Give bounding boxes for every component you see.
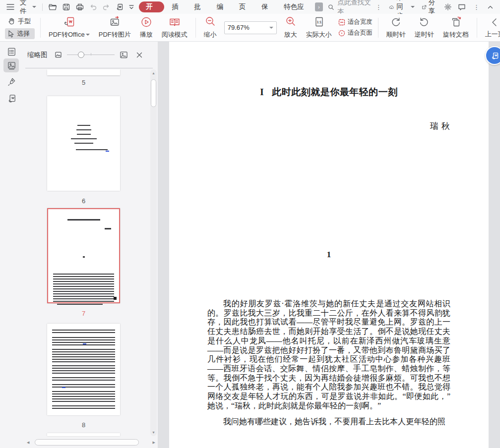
fit-width-button[interactable]: 适合宽度 xyxy=(338,18,373,26)
redo-icon[interactable] xyxy=(100,3,113,10)
divider xyxy=(378,18,378,38)
hamburger-menu-icon[interactable] xyxy=(4,3,17,10)
small-thumbnail-icon[interactable] xyxy=(55,51,62,58)
thumbnail-vertical-scrollbar[interactable]: ▲ ▼ xyxy=(150,69,157,436)
thumbnail-page-6[interactable] xyxy=(47,96,120,191)
more-options-icon[interactable]: ⋮ xyxy=(469,3,484,11)
content-area: 缩略图 5 xyxy=(0,42,500,448)
search-more-icon[interactable]: ⋮ xyxy=(372,3,386,11)
rotate-counterclockwise-icon xyxy=(418,16,430,28)
undo-icon[interactable] xyxy=(87,3,100,10)
large-thumbnail-icon[interactable] xyxy=(120,51,128,59)
rotate-counterclockwise-button[interactable]: 逆时针 xyxy=(410,15,438,41)
tab-insert[interactable]: 插入 xyxy=(166,1,188,12)
open-file-icon[interactable] xyxy=(46,3,60,11)
search-icon xyxy=(328,3,334,11)
thumbnail-label-7: 7 xyxy=(47,310,120,317)
chevron-down-icon xyxy=(269,27,273,29)
divider xyxy=(477,18,477,38)
vertical-scroll-thumb[interactable] xyxy=(151,79,156,107)
rotate-doc-label: 旋转文档 xyxy=(443,30,469,39)
tab-annotate[interactable]: 批注 xyxy=(189,1,211,12)
tab-edit[interactable]: 编辑 xyxy=(211,1,234,12)
save-icon[interactable] xyxy=(60,3,73,11)
pdf-to-image-button[interactable]: PDF转图片 xyxy=(94,15,135,41)
rotate-clockwise-icon xyxy=(390,16,402,28)
toolbar-options-caret-icon[interactable] xyxy=(126,4,137,9)
zoom-out-label: 缩小 xyxy=(204,30,217,39)
thumbnail-page-9-partial[interactable] xyxy=(47,433,120,436)
play-label: 播放 xyxy=(140,30,153,39)
collapse-toolbar-icon[interactable] xyxy=(485,5,496,9)
thumbnail-horizontal-scrollbar[interactable]: ◀ ▶ xyxy=(25,439,157,446)
horizontal-scroll-thumb[interactable] xyxy=(35,439,139,446)
export-document-icon[interactable] xyxy=(113,3,126,11)
fit-width-icon xyxy=(338,19,345,26)
chevron-down-icon xyxy=(411,6,415,8)
fit-width-label: 适合宽度 xyxy=(348,18,373,26)
tab-special-apps[interactable]: 特色应用 xyxy=(278,1,312,12)
scroll-right-icon[interactable]: ▶ xyxy=(151,441,157,445)
thumbnail-size-slider[interactable] xyxy=(67,50,115,60)
rotate-document-button[interactable]: 旋转文档 xyxy=(438,15,473,41)
share-icon xyxy=(422,3,427,11)
chevron-down-icon xyxy=(86,34,90,36)
bookmarks-outline-icon[interactable] xyxy=(5,46,17,57)
tab-protect[interactable]: 保护 xyxy=(256,1,278,12)
thumbnail-page-7-selected[interactable] xyxy=(47,208,120,303)
tab-home[interactable]: 开始 xyxy=(139,1,164,12)
divider xyxy=(25,68,153,68)
scroll-left-icon[interactable]: ◀ xyxy=(25,441,31,445)
close-panel-icon[interactable] xyxy=(136,52,143,58)
pdf-to-image-label: PDF转图片 xyxy=(99,30,131,39)
play-icon xyxy=(140,16,152,28)
rotate-document-icon xyxy=(449,16,462,28)
read-mode-label: 阅读模式 xyxy=(162,30,188,39)
share-button[interactable]: 分享 xyxy=(419,1,441,13)
panel-title: 缩略图 xyxy=(27,51,48,59)
previous-page-button[interactable]: 上一页 xyxy=(481,15,500,41)
play-button[interactable]: 播放 xyxy=(135,15,157,41)
magnifier-minus-icon xyxy=(204,16,216,28)
sync-status-button[interactable]: 未同步 xyxy=(386,1,418,13)
comment-bubble-icon[interactable] xyxy=(455,3,468,11)
rotate-clockwise-button[interactable]: 顺时针 xyxy=(382,15,410,41)
export-doc-panel-icon[interactable] xyxy=(5,92,17,104)
signature-pen-icon[interactable] xyxy=(5,75,17,87)
chevron-left-icon xyxy=(490,17,499,28)
zoom-level-combobox[interactable]: 79.67% xyxy=(224,21,277,34)
open-book-icon xyxy=(168,16,181,28)
thumbnails-panel-icon[interactable] xyxy=(5,59,17,71)
zoom-out-button[interactable]: 缩小 xyxy=(199,15,221,41)
thumbnail-label-6: 6 xyxy=(47,197,120,205)
author-name: 瑞 秋 xyxy=(207,120,450,132)
document-view[interactable]: I此时此刻就是你最年轻的一刻 瑞 秋 1 我的好朋友罗兹·霍洛维茨与她的新任丈夫… xyxy=(158,42,500,448)
convert-floating-button[interactable] xyxy=(485,46,500,65)
hand-tool-button[interactable]: 手型 xyxy=(5,16,35,27)
tab-page[interactable]: 页面 xyxy=(234,1,256,12)
actual-size-button[interactable]: 1:1 实际大小 xyxy=(302,15,336,41)
pdf-to-office-button[interactable]: PDF转Office xyxy=(44,15,94,41)
horizontal-scroll-track[interactable] xyxy=(31,439,151,446)
scroll-up-icon[interactable]: ▲ xyxy=(150,71,157,75)
scroll-down-icon[interactable]: ▼ xyxy=(150,431,157,434)
fit-page-icon xyxy=(338,30,345,37)
thumbnail-corner-mark xyxy=(114,297,117,300)
thumbnail-page-8[interactable] xyxy=(47,324,120,415)
read-mode-button[interactable]: 阅读模式 xyxy=(157,15,192,41)
more-tabs-button[interactable]: › xyxy=(315,2,322,11)
fit-page-button[interactable]: 适合页面 xyxy=(338,29,373,37)
pdf-to-office-label: PDF转Office xyxy=(49,30,85,39)
print-icon[interactable] xyxy=(73,3,87,11)
thumbnail-page-5[interactable] xyxy=(47,69,120,75)
thumbnail-label-5: 5 xyxy=(47,79,120,86)
wps-pdf-reader-window: 文件 开始 插入 批注 编辑 页面 保护 特色应用 › xyxy=(0,0,500,448)
slider-knob[interactable] xyxy=(78,52,84,58)
chevron-down-icon xyxy=(32,6,36,8)
select-tool-button[interactable]: 选择 xyxy=(5,28,35,39)
divider xyxy=(40,18,41,38)
file-menu[interactable]: 文件 xyxy=(17,1,39,13)
fit-page-label: 适合页面 xyxy=(348,29,373,37)
zoom-in-button[interactable]: 放大 xyxy=(280,15,302,41)
settings-gear-icon[interactable] xyxy=(441,3,454,11)
